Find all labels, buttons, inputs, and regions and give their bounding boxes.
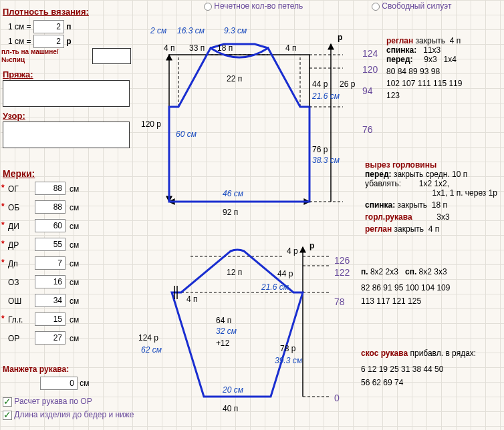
measure-input-DP[interactable] (35, 256, 66, 270)
radio-odd-label: Нечетное кол-во петель (214, 1, 303, 11)
radio-free-silhouette-group: Свободный силуэт (372, 1, 451, 11)
measure-input-DR[interactable] (35, 238, 66, 251)
measure-unit-OSH: см (70, 296, 79, 306)
cuff-unit: см (80, 379, 89, 388)
measure-input-OB[interactable] (35, 200, 66, 214)
sl-left-cm: 62 см (141, 345, 162, 355)
neck-p: 22 п (227, 74, 242, 83)
sl-mid-left: 4 п (186, 294, 198, 304)
measure-label-OZ: ОЗ (8, 278, 19, 287)
sl-bottom-cm: 20 см (222, 385, 243, 395)
measure-input-OZ[interactable] (35, 275, 66, 288)
srow2: 56 62 69 74 (361, 378, 503, 387)
check-or-row: Расчет рукава по ОР (3, 397, 92, 407)
top-p-a: 4 п (164, 43, 175, 53)
top-p-d: 4 п (285, 43, 297, 53)
bottom-p: 92 п (223, 208, 238, 217)
num-line2: 102 107 111 115 119 (386, 79, 503, 88)
density-r1-left: 1 см = (8, 22, 31, 31)
measure-unit-GLG: см (70, 315, 79, 325)
cuff-row: см (40, 377, 90, 390)
num-line1: 80 84 89 93 98 (386, 67, 503, 76)
r-cm-top: 21.6 см (311, 91, 340, 101)
measure-input-OG[interactable] (35, 182, 66, 195)
measure-unit-DP: см (70, 259, 79, 268)
yarn-input[interactable] (3, 80, 130, 107)
measure-unit-OR: см (70, 334, 79, 343)
lvl-124: 124 (362, 48, 378, 59)
measure-input-DI[interactable] (35, 219, 66, 232)
sleeve-diagram: 4 р р 12 п 4 п 21.6 см 44 р 64 п 32 см +… (137, 239, 364, 426)
radio-odd-stitches[interactable] (204, 3, 212, 11)
needles-input[interactable] (92, 48, 131, 64)
check-length-row: Длина изделия до бедер и ниже (3, 410, 134, 420)
r-cm-mid: 38.3 см (312, 156, 340, 165)
measure-label-OR: ОР (8, 334, 19, 343)
top-cm-b: 16.3 см (177, 26, 205, 35)
measures-title: Мерки: (3, 168, 35, 179)
skos-line: скос рукава прибавл. в рядах: (361, 349, 503, 358)
star-icon: * (1, 220, 5, 230)
spinka-line: спинка: 11x3 (386, 45, 503, 55)
measure-unit-DI: см (70, 222, 79, 231)
star-icon: * (1, 258, 5, 267)
sl-bottom-p: 40 п (223, 404, 238, 413)
num-line3: 123 (386, 91, 503, 100)
left-cm: 60 см (176, 130, 197, 139)
top-p-b: 33 п (189, 43, 205, 53)
top-cm-a: 2 см (150, 26, 166, 35)
srow1: 6 12 19 25 31 38 44 50 (361, 365, 503, 374)
measure-input-GLG[interactable] (35, 312, 66, 326)
pattern-input[interactable] (3, 122, 130, 148)
density-row2: 1 см = р (8, 35, 72, 48)
measure-label-OG: ОГ (8, 184, 19, 194)
ubav-line: убавлять: 1x2 1x2, (365, 179, 503, 188)
sl-center-cm: 32 см (216, 327, 237, 336)
star-icon: * (1, 183, 5, 192)
neck-title: вырез горловины (365, 160, 503, 170)
check-length-label: Длина изделия до бедер и ниже (14, 410, 134, 419)
sl-top-p: 12 п (227, 268, 242, 277)
density-r2-unit: р (66, 37, 71, 46)
gorl-line: горл.рукава 3x3 (365, 212, 503, 222)
right-text-block: реглан закрыть 4 п спинка: 11x3 перед: 9… (386, 36, 503, 100)
measure-input-OSH[interactable] (35, 294, 66, 307)
radio-free-silhouette[interactable] (372, 3, 380, 11)
checkbox-length[interactable] (3, 411, 12, 420)
radio-free-label: Свободный силуэт (382, 1, 451, 11)
star-icon: * (1, 202, 5, 211)
body-diagram: 2 см 16.3 см 9.3 см 4 п 33 п 18 п 4 п 22… (137, 20, 364, 220)
sl-right-p: 78 р (280, 344, 296, 353)
r-p-top2: 26 р (340, 79, 356, 89)
checkbox-or[interactable] (3, 397, 12, 407)
nline2: 113 117 121 125 (361, 296, 503, 306)
sl-lvl-122: 122 (334, 267, 350, 278)
measure-label-OSH: ОШ (8, 296, 21, 306)
sl-lvl-78: 78 (334, 296, 345, 307)
sl-lvl-0: 0 (334, 393, 340, 403)
measure-unit-OG: см (70, 184, 79, 194)
measure-unit-OB: см (70, 203, 79, 212)
ubav-line2: 1x1, 1 п. через 1р (365, 188, 503, 198)
cuff-input[interactable] (40, 377, 78, 390)
neck-block: вырез горловины перед: закрыть средн. 10… (365, 160, 503, 234)
left-p: 120 р (141, 120, 161, 129)
svg-marker-13 (300, 247, 305, 252)
svg-marker-4 (166, 55, 172, 60)
density-stitches-input[interactable] (33, 20, 64, 33)
sl-plus12: +12 (216, 339, 230, 348)
measure-unit-OZ: см (70, 278, 79, 287)
star-icon: * (1, 314, 5, 323)
measure-label-GLG: Гл.г. (8, 315, 23, 325)
pered-line: перед: 9x3 1x4 (386, 55, 503, 64)
lvl-120: 120 (362, 64, 378, 75)
measure-input-OR[interactable] (35, 331, 66, 345)
check-or-label: Расчет рукава по ОР (14, 397, 92, 406)
density-rows-input[interactable] (33, 35, 64, 48)
r-p-top: 44 р (312, 79, 328, 89)
measure-label-DR: ДР (8, 240, 19, 250)
top-cm-c: 9.3 см (224, 26, 247, 35)
machine-label: пл-ть на машине/ (1, 48, 59, 55)
measure-label-OB: ОБ (8, 203, 19, 212)
sl-left-p: 124 р (138, 333, 158, 343)
